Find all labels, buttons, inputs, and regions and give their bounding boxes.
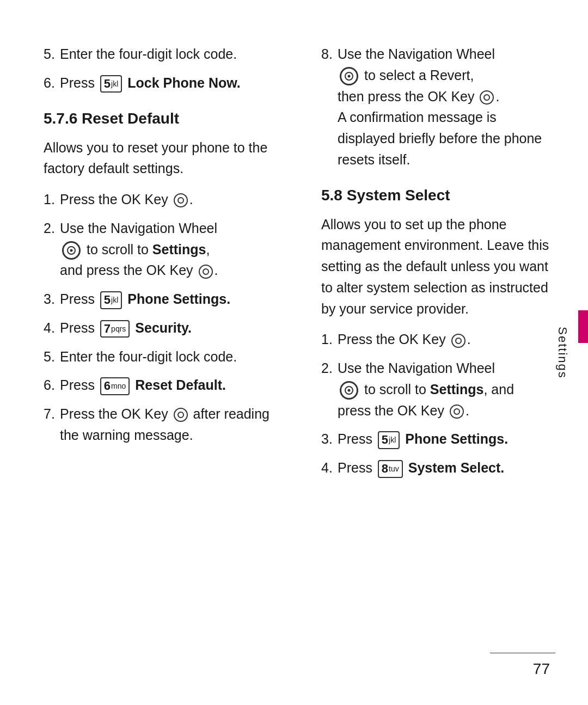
key-badge-5jkl-r: 5jkl <box>378 431 400 449</box>
nav-wheel-icon <box>340 381 358 400</box>
section-heading-58: 5.8 System Select <box>321 187 555 204</box>
list-item: 1. Press the OK Key . <box>321 329 555 350</box>
left-column: 5. Enter the four-digit lock code. 6. Pr… <box>44 44 289 672</box>
section-heading-576: 5.7.6 Reset Default <box>44 110 278 127</box>
list-item: 5. Enter the four-digit lock code. <box>44 44 278 65</box>
list-number: 2. <box>321 358 338 379</box>
ok-key-icon <box>199 265 213 279</box>
list-text: Press 5jkl Phone Settings. <box>338 428 555 450</box>
list-number: 4. <box>321 457 338 479</box>
right-column: 8. Use the Navigation Wheel to select a … <box>310 44 555 672</box>
list-text: Press the OK Key . <box>338 329 555 350</box>
body-text: Allows you to reset your phone to the fa… <box>44 137 278 180</box>
list-text: Enter the four-digit lock code. <box>60 346 278 367</box>
list-text: Enter the four-digit lock code. <box>60 44 278 65</box>
body-text: Allows you to set up the phone managemen… <box>321 214 555 320</box>
sidebar-label: Settings <box>555 327 569 379</box>
list-number: 1. <box>44 189 60 210</box>
page-rule <box>490 653 555 653</box>
ok-key-icon <box>174 193 188 207</box>
list-item: 2. Use the Navigation Wheel to scroll to… <box>44 218 278 281</box>
list-number: 2. <box>44 218 60 239</box>
list-item: 8. Use the Navigation Wheel to select a … <box>321 44 555 170</box>
list-number: 3. <box>44 289 60 310</box>
list-number: 7. <box>44 403 60 425</box>
list-item: 6. Press 6mno Reset Default. <box>44 375 278 396</box>
ok-key-icon <box>450 404 464 419</box>
list-text: Press 8tuv System Select. <box>338 457 555 479</box>
list-item: 5. Enter the four-digit lock code. <box>44 346 278 367</box>
list-item: 3. Press 5jkl Phone Settings. <box>321 428 555 450</box>
ok-key-icon <box>451 334 465 348</box>
sidebar: Settings <box>561 0 588 705</box>
list-item: 2. Use the Navigation Wheel to scroll to… <box>321 358 555 421</box>
list-number: 4. <box>44 317 60 339</box>
ok-key-icon <box>174 408 188 422</box>
list-text: Press 7pqrs Security. <box>60 317 278 339</box>
key-badge-6mno: 6mno <box>100 377 130 395</box>
list-number: 1. <box>321 329 338 350</box>
key-badge-5jkl: 5jkl <box>100 75 122 93</box>
list-number: 8. <box>321 44 338 65</box>
list-item: 7. Press the OK Key after reading the wa… <box>44 403 278 446</box>
list-number: 5. <box>44 44 60 65</box>
key-badge-5jkl: 5jkl <box>100 291 122 309</box>
list-item: 4. Press 8tuv System Select. <box>321 457 555 479</box>
list-number: 3. <box>321 428 338 450</box>
list-text: Use the Navigation Wheel to scroll to Se… <box>338 358 555 421</box>
list-item: 6. Press 5jkl Lock Phone Now. <box>44 72 278 94</box>
key-badge-8tuv: 8tuv <box>378 460 403 477</box>
list-item: 3. Press 5jkl Phone Settings. <box>44 289 278 310</box>
list-number: 5. <box>44 346 60 367</box>
list-text: Press the OK Key after reading the warni… <box>60 403 278 446</box>
list-item: 1. Press the OK Key . <box>44 189 278 210</box>
key-badge-7pqrs: 7pqrs <box>100 320 130 338</box>
list-text: Press 5jkl Lock Phone Now. <box>60 72 278 94</box>
page-number: 77 <box>533 660 550 678</box>
list-number: 6. <box>44 375 60 396</box>
nav-wheel-icon <box>62 241 81 260</box>
list-item: 4. Press 7pqrs Security. <box>44 317 278 339</box>
list-text: Press 5jkl Phone Settings. <box>60 289 278 310</box>
ok-key-icon <box>480 90 494 105</box>
nav-wheel-icon <box>340 67 358 85</box>
list-text: Use the Navigation Wheel to select a Rev… <box>338 44 555 170</box>
list-text: Press 6mno Reset Default. <box>60 375 278 396</box>
list-number: 6. <box>44 72 60 94</box>
list-text: Use the Navigation Wheel to scroll to Se… <box>60 218 278 281</box>
sidebar-accent-bar <box>578 310 588 343</box>
list-text: Press the OK Key . <box>60 189 278 210</box>
